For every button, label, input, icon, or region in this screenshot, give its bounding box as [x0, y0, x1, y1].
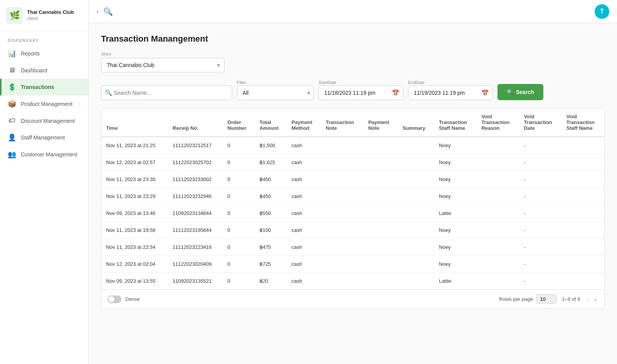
page-nav: ‹ › — [585, 295, 598, 304]
rows-per-page-label: Rows per page: — [499, 296, 534, 302]
reports-icon: 📊 — [8, 49, 16, 58]
sidebar-item-label: Product Management — [21, 101, 72, 107]
search-button[interactable]: 🔍 Search — [497, 84, 543, 100]
sidebar: 🌿 Thai Cannabis Club client DISPENSARY 📊… — [0, 0, 89, 364]
pagination: Rows per page: 10 25 50 100 1–9 of 9 — [499, 294, 598, 304]
table-header-row: Time Receip No. OrderNumber TotalAmount … — [101, 108, 604, 137]
sidebar-collapse-button[interactable]: ‹ — [96, 7, 99, 15]
table-row[interactable]: Nov 12, 2023 at 02:04111220230204090฿725… — [101, 256, 604, 273]
table-row[interactable]: Nov 09, 2023 at 13:55110920231355210฿20c… — [101, 273, 604, 290]
transactions-icon: 💲 — [8, 83, 16, 91]
sidebar-item-label: Reports — [21, 50, 40, 57]
col-payment-method: PaymentMethod — [287, 108, 321, 137]
staff-icon: 👤 — [8, 133, 16, 142]
customer-icon: 👥 — [8, 150, 16, 159]
start-date-input[interactable] — [319, 86, 403, 100]
chevron-right-icon: › — [79, 101, 81, 107]
sidebar-item-label: Staff Management — [21, 134, 65, 141]
sidebar-item-customer-management[interactable]: 👥 Customer Management — [0, 146, 88, 163]
col-transaction-note: TransactionNote — [321, 108, 364, 137]
store-select-wrap: Thai Cannabis Club ▾ — [101, 58, 224, 72]
table-footer: Dense Rows per page: 10 25 50 100 — [101, 289, 604, 309]
sidebar-item-dashboard[interactable]: 🖥 Dashboard — [0, 62, 88, 79]
start-date-field: StartDate 📅 — [319, 80, 403, 100]
col-summary: Summary — [398, 108, 435, 137]
client-role: client — [27, 16, 74, 22]
table-row[interactable]: Nov 11, 2023 at 21:25111120232125170฿1,5… — [101, 137, 604, 154]
sidebar-item-product-management[interactable]: 📦 Product Management › — [0, 96, 88, 112]
rows-per-page: Rows per page: 10 25 50 100 — [499, 294, 556, 304]
end-date-input[interactable] — [408, 86, 493, 100]
col-receip: Receip No. — [168, 108, 223, 137]
col-void-staff: VoidTransactionStaff Name — [562, 108, 604, 137]
col-void-date: VoidTransactionDate — [519, 108, 562, 137]
page-title: Transaction Manangement — [101, 34, 605, 44]
col-void-reason: VoidTransactionReason — [477, 108, 519, 137]
sidebar-item-reports[interactable]: 📊 Reports — [0, 45, 88, 62]
topbar-avatar[interactable]: T — [595, 4, 609, 19]
col-amount: TotalAmount — [255, 108, 287, 137]
table-row[interactable]: Nov 11, 2023 at 23:30111120232330020฿450… — [101, 171, 604, 188]
filter-label: Filter — [237, 80, 314, 85]
table-row[interactable]: Nov 11, 2023 at 22:34111120232234160฿475… — [101, 239, 604, 256]
dense-toggle-switch[interactable] — [108, 295, 121, 303]
topbar-search-icon[interactable]: 🔍 — [103, 7, 113, 16]
col-payment-note: PaymentNote — [364, 108, 398, 137]
table-row[interactable]: Nov 11, 2023 at 23:29111120232329460฿450… — [101, 188, 604, 205]
discount-icon: 🏷 — [8, 117, 16, 125]
store-section: Store Thai Cannabis Club ▾ — [101, 52, 605, 72]
end-date-field: EndDate 📅 — [408, 80, 493, 100]
start-date-label: StartDate — [319, 80, 403, 85]
prev-page-button[interactable]: ‹ — [585, 295, 590, 304]
search-field: 🔍 — [101, 86, 232, 100]
filter-row: 🔍 Filter All Cash Card Transfer ▾ S — [101, 80, 605, 100]
product-icon: 📦 — [8, 100, 16, 108]
col-order: OrderNumber — [223, 108, 255, 137]
sidebar-logo: 🌿 Thai Cannabis Club client — [0, 0, 88, 31]
table-row[interactable]: Nov 11, 2023 at 19:58111120231958440฿100… — [101, 222, 604, 239]
search-btn-label: Search — [516, 89, 534, 95]
store-select[interactable]: Thai Cannabis Club — [101, 58, 224, 72]
search-icon: 🔍 — [105, 89, 112, 96]
filter-field: Filter All Cash Card Transfer ▾ — [237, 80, 314, 100]
search-input[interactable] — [101, 86, 232, 100]
rows-per-page-select[interactable]: 10 25 50 100 — [536, 294, 556, 304]
main: ‹ 🔍 T Transaction Manangement Store Thai… — [89, 0, 617, 364]
topbar: ‹ 🔍 T — [89, 0, 617, 23]
client-name: Thai Cannabis Club — [27, 9, 74, 16]
sidebar-item-label: Customer Management — [21, 151, 77, 158]
sidebar-item-transactions[interactable]: 💲 Transactions — [0, 79, 88, 96]
end-date-label: EndDate — [408, 80, 493, 85]
sidebar-item-label: Discount Management — [21, 118, 75, 124]
page-info: 1–9 of 9 — [562, 296, 580, 302]
table-row[interactable]: Nov 12, 2023 at 02:57111220230257020฿1,6… — [101, 154, 604, 171]
dense-toggle: Dense — [108, 295, 140, 303]
content: Transaction Manangement Store Thai Canna… — [89, 23, 617, 364]
transactions-table-wrap: Time Receip No. OrderNumber TotalAmount … — [101, 108, 605, 309]
dense-label: Dense — [125, 296, 140, 302]
store-label: Store — [101, 52, 605, 56]
logo-icon: 🌿 — [6, 7, 23, 24]
sidebar-item-staff-management[interactable]: 👤 Staff Management — [0, 129, 88, 146]
sidebar-item-label: Transactions — [21, 84, 54, 90]
filter-select[interactable]: All Cash Card Transfer — [237, 86, 314, 100]
col-staff: TransactionStaff Name — [434, 108, 477, 137]
table-row[interactable]: Nov 09, 2023 at 13:46110920231346440฿550… — [101, 205, 604, 222]
dashboard-icon: 🖥 — [8, 66, 16, 74]
col-time: Time — [101, 108, 168, 137]
sidebar-item-label: Dashboard — [21, 67, 47, 74]
sidebar-item-discount-management[interactable]: 🏷 Discount Management — [0, 112, 88, 129]
next-page-button[interactable]: › — [593, 295, 598, 304]
sidebar-section-label: DISPENSARY — [0, 31, 88, 45]
search-btn-icon: 🔍 — [507, 89, 513, 95]
transactions-table: Time Receip No. OrderNumber TotalAmount … — [101, 108, 604, 289]
